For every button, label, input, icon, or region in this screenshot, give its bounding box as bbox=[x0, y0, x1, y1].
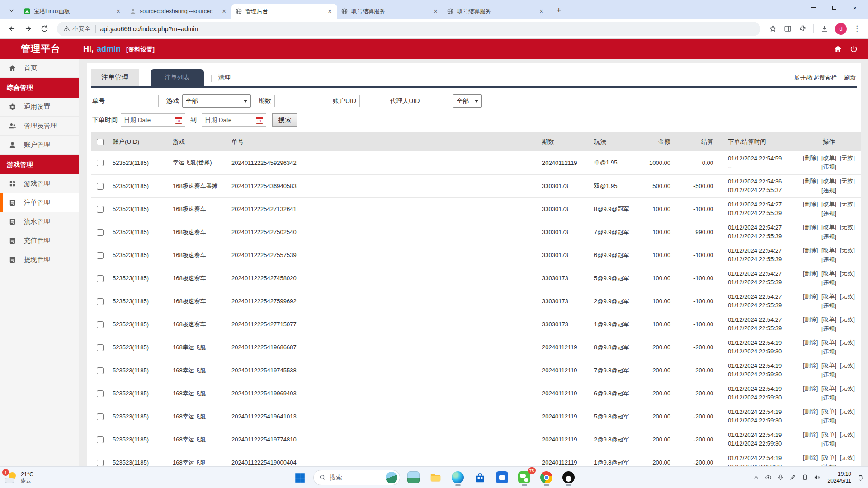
action-invalidate[interactable]: [无效] bbox=[840, 339, 855, 346]
forward-icon[interactable] bbox=[21, 22, 35, 36]
search-highlight-image[interactable] bbox=[386, 472, 397, 483]
action-delete[interactable]: [删除] bbox=[803, 362, 818, 369]
browser-tab[interactable]: 取号结算服务× bbox=[443, 4, 549, 19]
security-chip[interactable]: 不安全 bbox=[63, 25, 91, 33]
agent-uid-input[interactable] bbox=[423, 95, 445, 107]
action-modify-order[interactable]: [改单] bbox=[821, 431, 836, 438]
logout-power-icon[interactable] bbox=[849, 45, 858, 53]
tab-注单列表[interactable]: 注单列表 bbox=[151, 69, 204, 86]
row-checkbox[interactable] bbox=[97, 160, 104, 166]
action-violation[interactable]: [违规] bbox=[821, 279, 836, 286]
task-view-button[interactable] bbox=[405, 469, 422, 486]
action-delete[interactable]: [删除] bbox=[803, 431, 818, 438]
browser-tab[interactable]: 管理后台× bbox=[231, 4, 337, 19]
action-violation[interactable]: [违规] bbox=[821, 348, 836, 355]
action-delete[interactable]: [删除] bbox=[803, 339, 818, 346]
back-icon[interactable] bbox=[5, 22, 19, 36]
sidebar-item-管理员管理[interactable]: 管理员管理 bbox=[0, 117, 79, 136]
period-input[interactable] bbox=[274, 95, 325, 107]
sidebar-item-充值管理[interactable]: 充值管理 bbox=[0, 231, 79, 250]
action-invalidate[interactable]: [无效] bbox=[840, 293, 855, 300]
profile-avatar[interactable]: d bbox=[835, 23, 847, 35]
tray-chevron-up-icon[interactable] bbox=[753, 474, 760, 481]
live-captions-icon[interactable] bbox=[765, 474, 772, 481]
tab-close-icon[interactable]: × bbox=[326, 8, 334, 15]
window-close-button[interactable]: × bbox=[844, 0, 865, 15]
sidebar-item-提现管理[interactable]: 提现管理 bbox=[0, 250, 79, 269]
date-from-input[interactable]: 日期 Date bbox=[121, 113, 185, 127]
url-text[interactable]: api.yao666.cc/index.php?m=admin bbox=[100, 25, 198, 33]
row-checkbox[interactable] bbox=[97, 298, 104, 305]
downloads-icon[interactable] bbox=[820, 24, 829, 33]
microsoft-store-icon[interactable] bbox=[472, 469, 489, 486]
sidebar-item-游戏管理[interactable]: 游戏管理 bbox=[0, 174, 79, 193]
row-checkbox[interactable] bbox=[97, 344, 104, 351]
action-delete[interactable]: [删除] bbox=[803, 316, 818, 323]
tab-search-chevron-icon[interactable] bbox=[5, 5, 17, 16]
action-violation[interactable]: [违规] bbox=[821, 164, 836, 170]
action-delete[interactable]: [删除] bbox=[803, 408, 818, 415]
notification-bell-icon[interactable] bbox=[857, 474, 864, 481]
action-invalidate[interactable]: [无效] bbox=[840, 178, 855, 184]
sidebar-item-流水管理[interactable]: 流水管理 bbox=[0, 212, 79, 231]
reload-icon[interactable] bbox=[37, 22, 52, 36]
action-violation[interactable]: [违规] bbox=[821, 302, 836, 309]
action-delete[interactable]: [删除] bbox=[803, 270, 818, 277]
microphone-icon[interactable] bbox=[777, 474, 784, 481]
action-modify-order[interactable]: [改单] bbox=[821, 454, 836, 461]
action-modify-order[interactable]: [改单] bbox=[821, 339, 836, 346]
new-tab-button[interactable]: + bbox=[552, 4, 565, 17]
action-invalidate[interactable]: [无效] bbox=[840, 431, 855, 438]
widgets-weather-button[interactable]: 1 21°C 多云 bbox=[5, 471, 33, 484]
action-modify-order[interactable]: [改单] bbox=[821, 247, 836, 253]
account-uid-input[interactable] bbox=[359, 95, 382, 107]
chrome-icon[interactable] bbox=[538, 469, 555, 486]
action-modify-order[interactable]: [改单] bbox=[821, 316, 836, 323]
browser-tab[interactable]: sourcecodesharing --sourcec× bbox=[126, 4, 231, 19]
pen-icon[interactable] bbox=[789, 474, 796, 481]
action-delete[interactable]: [删除] bbox=[803, 224, 818, 230]
action-delete[interactable]: [删除] bbox=[803, 155, 818, 161]
toggle-search-bar-link[interactable]: 展开/收起搜索栏 bbox=[794, 74, 837, 82]
sidebar-item-通用设置[interactable]: 通用设置 bbox=[0, 98, 79, 117]
action-invalidate[interactable]: [无效] bbox=[840, 247, 855, 253]
action-violation[interactable]: [违规] bbox=[821, 325, 836, 332]
action-modify-order[interactable]: [改单] bbox=[821, 385, 836, 392]
browser-tab[interactable]: 取号结算服务× bbox=[337, 4, 443, 19]
select-all-checkbox[interactable] bbox=[97, 139, 104, 145]
action-delete[interactable]: [删除] bbox=[803, 247, 818, 253]
date-to-input[interactable]: 日期 Date bbox=[202, 113, 266, 127]
action-violation[interactable]: [违规] bbox=[821, 256, 836, 263]
action-modify-order[interactable]: [改单] bbox=[821, 201, 836, 207]
action-invalidate[interactable]: [无效] bbox=[840, 362, 855, 369]
action-invalidate[interactable]: [无效] bbox=[840, 201, 855, 207]
taskbar-clock[interactable]: 19:10 2024/5/11 bbox=[828, 471, 852, 484]
tab-close-icon[interactable]: × bbox=[538, 8, 545, 15]
edge-icon[interactable] bbox=[449, 469, 467, 486]
row-checkbox[interactable] bbox=[97, 252, 104, 259]
row-checkbox[interactable] bbox=[97, 206, 104, 213]
action-delete[interactable]: [删除] bbox=[803, 454, 818, 461]
sidebar-item-首页[interactable]: 首页 bbox=[0, 59, 79, 78]
start-button[interactable] bbox=[291, 469, 308, 486]
action-modify-order[interactable]: [改单] bbox=[821, 224, 836, 230]
action-violation[interactable]: [违规] bbox=[821, 210, 836, 217]
volume-icon[interactable] bbox=[814, 474, 821, 481]
action-invalidate[interactable]: [无效] bbox=[840, 270, 855, 277]
action-invalidate[interactable]: [无效] bbox=[840, 224, 855, 230]
action-violation[interactable]: [违规] bbox=[821, 371, 836, 378]
row-checkbox[interactable] bbox=[97, 229, 104, 236]
search-button[interactable]: 搜索 bbox=[272, 113, 297, 127]
action-delete[interactable]: [删除] bbox=[803, 385, 818, 392]
blue-app-icon[interactable] bbox=[494, 469, 511, 486]
action-invalidate[interactable]: [无效] bbox=[840, 385, 855, 392]
order-no-input[interactable] bbox=[108, 95, 159, 107]
tab-close-icon[interactable]: × bbox=[114, 8, 122, 15]
home-icon[interactable] bbox=[834, 45, 842, 53]
window-minimize-button[interactable] bbox=[803, 0, 824, 15]
tab-close-icon[interactable]: × bbox=[220, 8, 228, 15]
calendar-icon[interactable] bbox=[175, 117, 182, 124]
action-modify-order[interactable]: [改单] bbox=[821, 408, 836, 415]
window-restore-button[interactable] bbox=[824, 0, 844, 15]
action-delete[interactable]: [删除] bbox=[803, 201, 818, 207]
